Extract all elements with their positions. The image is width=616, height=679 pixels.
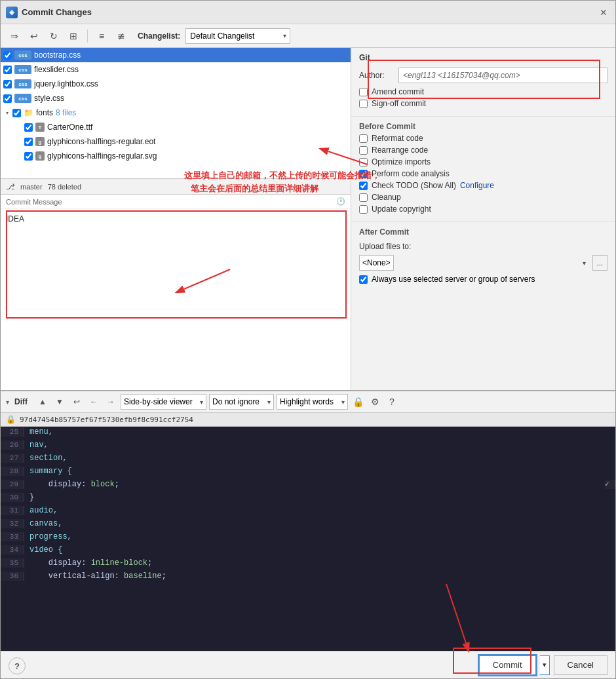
file-name-carterone: CarterOne.ttf <box>47 123 92 132</box>
checkbox-perform[interactable] <box>359 170 368 178</box>
diff-nav-down[interactable]: ▼ <box>52 395 67 409</box>
cancel-button[interactable]: Cancel <box>554 655 607 675</box>
checkbox-rearrange[interactable] <box>359 146 368 155</box>
upload-select[interactable]: <None> <box>359 255 394 271</box>
file-item-jquery-lightbox[interactable]: css jquery.lightbox.css <box>1 77 351 91</box>
diff-highlight-wrapper: Highlight words <box>277 394 348 410</box>
diff-line-33: 33 progress, <box>1 532 615 545</box>
folder-icon-fonts: 📁 <box>24 108 33 117</box>
configure-link[interactable]: Configure <box>460 181 494 190</box>
before-commit-title: Before Commit <box>351 117 615 134</box>
file-item-fonts[interactable]: ▾ 📁 fonts 8 files <box>1 106 351 120</box>
checkbox-todo[interactable] <box>359 182 368 190</box>
commit-message-label: Commit Message <box>6 198 62 206</box>
file-checkbox-glyphicons-eot[interactable] <box>24 138 33 146</box>
file-name-fonts: fonts <box>36 108 53 117</box>
upload-row: <None> ... <box>359 255 607 271</box>
file-item-bootstrap[interactable]: css bootstrap.css <box>1 48 351 62</box>
diff-line-36: 36 vertical-align: baseline; <box>1 571 615 584</box>
commit-message-label-bar: Commit Message 🕐 <box>1 195 351 209</box>
commit-message-textarea[interactable]: IDEA <box>1 209 351 390</box>
checkbox-optimize[interactable] <box>359 158 368 166</box>
file-item-style[interactable]: css style.css <box>1 91 351 106</box>
label-todo: Check TODO (Show All) <box>372 181 456 190</box>
folder-toggle-fonts[interactable]: ▾ <box>3 109 11 117</box>
git-section-title: Git <box>359 53 607 62</box>
file-item-flexslider[interactable]: css flexslider.css <box>1 62 351 77</box>
always-use-row: Always use selected server or group of s… <box>359 275 607 284</box>
diff-nav-up[interactable]: ▲ <box>35 395 50 409</box>
diff-content[interactable]: 25 menu, 26 nav, 27 section, 28 summary … <box>1 427 615 651</box>
option-perform: Perform code analysis <box>359 169 607 178</box>
sort2-button[interactable]: ≢ <box>113 28 130 45</box>
file-item-glyphicons-svg[interactable]: g glyphicons-halflings-regular.svg <box>1 149 351 163</box>
diff-viewer-select[interactable]: Side-by-side viewer <box>121 394 206 410</box>
diff-linecode-30: } <box>24 492 605 503</box>
move-right-button[interactable]: ⇒ <box>6 28 23 45</box>
css-icon-flexslider: css <box>14 65 31 74</box>
deleted-count: 78 deleted <box>48 183 81 191</box>
diff-line-29: 29 display: block; ✓ <box>1 479 615 492</box>
changelist-dropdown[interactable]: Default Changelist <box>185 28 290 44</box>
upload-select-wrapper: <None> <box>359 255 588 271</box>
file-checkbox-carterone[interactable] <box>24 123 33 132</box>
author-input[interactable] <box>398 68 607 83</box>
diff-linenum-26: 26 <box>1 440 24 450</box>
right-panel: Git Author: Amend commit Sign-off commit… <box>351 48 615 390</box>
file-checkbox-style[interactable] <box>3 94 12 103</box>
diff-linecode-28: summary { <box>24 466 605 476</box>
refresh-button[interactable]: ↻ <box>45 28 62 45</box>
diff-lock-btn[interactable]: 🔒 <box>351 395 365 409</box>
amend-commit-checkbox[interactable] <box>359 88 368 96</box>
signoff-checkbox[interactable] <box>359 100 368 108</box>
checkbox-cleanup[interactable] <box>359 193 368 202</box>
diff-linenum-25: 25 <box>1 427 24 436</box>
font-icon-glyphicons-eot: g <box>35 137 45 146</box>
changelist-label: Changelist: <box>138 31 180 41</box>
always-use-checkbox[interactable] <box>359 275 368 284</box>
file-checkbox-flexslider[interactable] <box>3 66 12 74</box>
file-checkbox-glyphicons-svg[interactable] <box>24 152 33 161</box>
commit-dropdown-arrow[interactable]: ▾ <box>540 655 550 675</box>
diff-linecode-35: display: inline-block; <box>24 558 605 568</box>
file-checkbox-jquery[interactable] <box>3 80 12 88</box>
option-cleanup: Cleanup <box>359 193 607 202</box>
diff-linenum-27: 27 <box>1 454 24 463</box>
label-optimize: Optimize imports <box>372 157 431 166</box>
help-button[interactable]: ? <box>9 657 26 674</box>
file-name-style: style.css <box>34 94 64 103</box>
sort1-button[interactable]: ≡ <box>93 28 110 45</box>
diff-settings-btn[interactable]: ⚙ <box>368 395 382 409</box>
diff-highlight-select[interactable]: Highlight words <box>277 394 348 410</box>
changelist-dropdown-wrapper: Default Changelist <box>183 28 290 44</box>
checkbox-copyright[interactable] <box>359 205 368 214</box>
diff-nav-back[interactable]: ← <box>87 395 101 409</box>
always-use-label: Always use selected server or group of s… <box>372 275 535 284</box>
undo-button[interactable]: ↩ <box>26 28 43 45</box>
diff-nav-undo[interactable]: ↩ <box>69 395 84 409</box>
history-icon[interactable]: 🕐 <box>336 197 345 206</box>
diff-ignore-select[interactable]: Do not ignore <box>209 394 274 410</box>
font-count-label: 8 files <box>56 108 76 117</box>
title-bar: ◈ Commit Changes ✕ <box>1 1 615 24</box>
browse-button[interactable]: ... <box>592 255 607 271</box>
file-tree[interactable]: css bootstrap.css css flexslider.css css… <box>1 48 351 179</box>
diff-collapse-toggle[interactable]: ▾ <box>6 398 9 406</box>
file-checkbox-fonts[interactable] <box>12 109 21 117</box>
diff-line-35: 35 display: inline-block; <box>1 558 615 571</box>
diff-hash-bar: 🔒 97d47454b85757ef67f5730efb9f8c991ccf27… <box>1 413 615 427</box>
diff-nav-fwd[interactable]: → <box>104 395 118 409</box>
diff-help-btn[interactable]: ? <box>385 395 399 409</box>
file-item-carterone[interactable]: T CarterOne.ttf <box>1 120 351 134</box>
file-item-glyphicons-eot[interactable]: g glyphicons-halflings-regular.eot <box>1 134 351 149</box>
diff-linecode-36: vertical-align: baseline; <box>24 571 605 581</box>
group-button[interactable]: ⊞ <box>65 28 82 45</box>
file-checkbox-bootstrap[interactable] <box>3 51 12 60</box>
toolbar: ⇒ ↩ ↻ ⊞ ≡ ≢ Changelist: Default Changeli… <box>1 24 615 48</box>
commit-button[interactable]: Commit <box>479 655 536 675</box>
diff-header: ▾ Diff ▲ ▼ ↩ ← → Side-by-side viewer Do … <box>1 391 615 413</box>
checkbox-reformat[interactable] <box>359 134 368 143</box>
main-content: css bootstrap.css css flexslider.css css… <box>1 48 615 390</box>
diff-linenum-36: 36 <box>1 572 24 581</box>
close-button[interactable]: ✕ <box>597 6 610 19</box>
